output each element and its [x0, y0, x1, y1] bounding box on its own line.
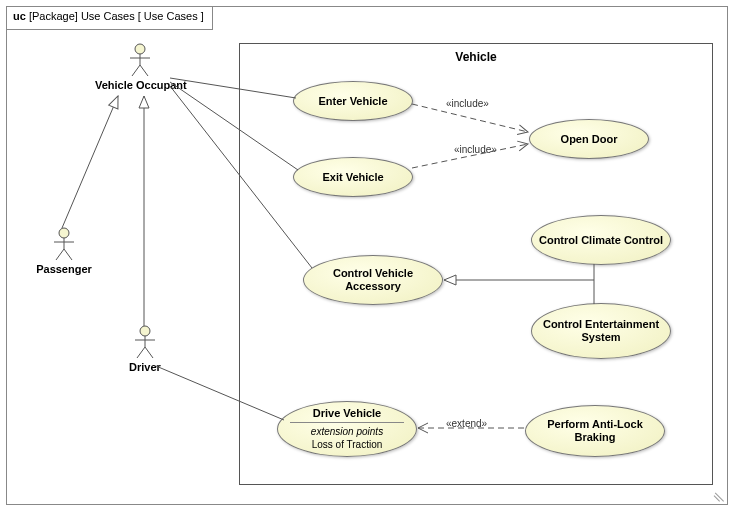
frame-name: Use Cases — [81, 10, 135, 22]
actor-label: Passenger — [29, 263, 99, 275]
usecase-label: Control Climate Control — [539, 234, 663, 247]
svg-point-10 — [140, 326, 150, 336]
actor-icon — [125, 43, 155, 77]
svg-line-8 — [56, 249, 64, 260]
svg-line-4 — [140, 65, 148, 76]
usecase-label: Perform Anti-Lock Braking — [532, 418, 658, 444]
actor-driver[interactable]: Driver — [115, 325, 175, 373]
usecase-label: Exit Vehicle — [322, 171, 383, 184]
actor-icon — [130, 325, 160, 359]
svg-line-3 — [132, 65, 140, 76]
usecase-enter-vehicle[interactable]: Enter Vehicle — [293, 81, 413, 121]
edge-label-include: «include» — [454, 144, 497, 155]
usecase-label: Control Vehicle Accessory — [310, 267, 436, 293]
usecase-label: Control Entertainment System — [538, 318, 664, 344]
usecase-exit-vehicle[interactable]: Exit Vehicle — [293, 157, 413, 197]
actor-label: Driver — [115, 361, 175, 373]
actor-vehicle-occupant[interactable]: Vehicle Occupant — [95, 43, 185, 91]
usecase-open-door[interactable]: Open Door — [529, 119, 649, 159]
svg-line-14 — [145, 347, 153, 358]
usecase-label: Enter Vehicle — [318, 95, 387, 108]
svg-point-0 — [135, 44, 145, 54]
actor-label: Vehicle Occupant — [95, 79, 185, 91]
usecase-perform-anti-lock-braking[interactable]: Perform Anti-Lock Braking — [525, 405, 665, 457]
usecase-control-climate-control[interactable]: Control Climate Control — [531, 215, 671, 265]
usecase-control-entertainment-system[interactable]: Control Entertainment System — [531, 303, 671, 359]
diagram-frame-header: uc [Package] Use Cases [ Use Cases ] — [7, 7, 213, 30]
frame-context: [ Use Cases ] — [138, 10, 204, 22]
usecase-label: Open Door — [561, 133, 618, 146]
frame-kind-detail: [Package] — [29, 10, 78, 22]
svg-line-9 — [64, 249, 72, 260]
usecase-control-vehicle-accessory[interactable]: Control Vehicle Accessory — [303, 255, 443, 305]
edge-label-include: «include» — [446, 98, 489, 109]
extension-points-title: extension points — [311, 425, 383, 438]
svg-point-5 — [59, 228, 69, 238]
svg-line-13 — [137, 347, 145, 358]
extension-point: Loss of Traction — [312, 438, 383, 451]
edge-label-extend: «extend» — [446, 418, 487, 429]
frame-kind: uc — [13, 10, 26, 22]
diagram-frame: uc [Package] Use Cases [ Use Cases ] Veh… — [6, 6, 728, 505]
usecase-divider — [290, 422, 403, 423]
usecase-label: Drive Vehicle — [313, 407, 382, 420]
subject-title: Vehicle — [240, 50, 712, 64]
usecase-drive-vehicle[interactable]: Drive Vehicle extension points Loss of T… — [277, 401, 417, 457]
actor-icon — [49, 227, 79, 261]
resize-handle-icon[interactable] — [711, 488, 725, 502]
actor-passenger[interactable]: Passenger — [29, 227, 99, 275]
